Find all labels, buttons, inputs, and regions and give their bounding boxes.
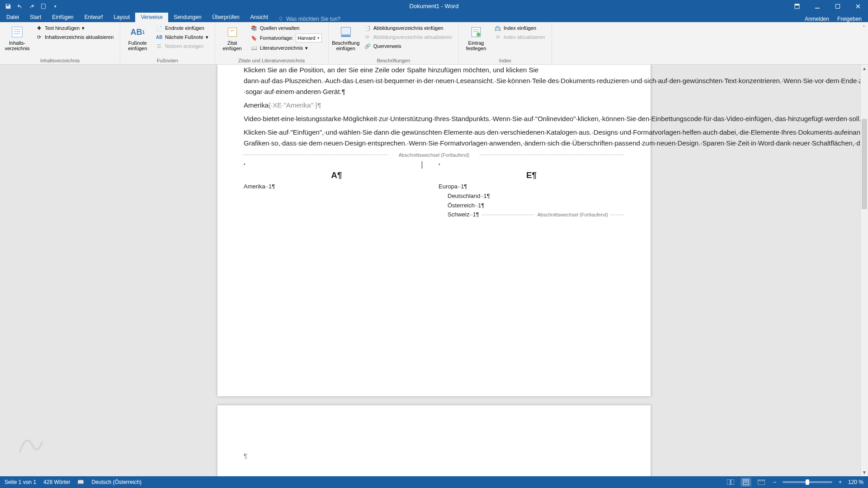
- tab-design[interactable]: Entwurf: [79, 13, 108, 22]
- page-indicator[interactable]: Seite 1 von 1: [5, 479, 36, 485]
- print-layout-icon[interactable]: [741, 478, 751, 487]
- footnote-label: Fußnote einfügen: [128, 40, 147, 51]
- insert-footnote-button[interactable]: AB1 Fußnote einfügen: [125, 24, 150, 51]
- svg-rect-10: [12, 27, 23, 38]
- ribbon-display-options-icon[interactable]: [787, 0, 807, 12]
- tab-mailings[interactable]: Sendungen: [168, 13, 207, 22]
- save-icon[interactable]: [5, 3, 12, 10]
- index-heading-a[interactable]: A¶: [244, 169, 429, 182]
- zoom-out-button[interactable]: −: [771, 479, 778, 485]
- index-subentry[interactable]: Schweiz··1¶: [439, 210, 479, 220]
- manage-sources-icon: 📚: [250, 24, 258, 32]
- document-area[interactable]: Klicken Sie an die Position, an der Sie …: [0, 65, 868, 476]
- read-mode-icon[interactable]: [725, 478, 736, 487]
- insert-index-icon: 📇: [494, 24, 501, 32]
- add-text-button[interactable]: ✚Text hinzufügen ▾: [33, 24, 115, 32]
- collapse-ribbon-icon[interactable]: ˄: [863, 25, 865, 31]
- caption-icon: [339, 25, 353, 39]
- index-heading-e[interactable]: E¶: [439, 169, 624, 182]
- page-2[interactable]: ¶: [217, 405, 651, 476]
- section-break: Abschnittswechsel (Fortlaufend): [244, 151, 624, 158]
- title-bar: ▾ Dokument1 - Word: [0, 0, 868, 12]
- toc-button[interactable]: Inhalts- verzeichnis: [5, 24, 30, 51]
- toc-label: Inhalts- verzeichnis: [5, 40, 29, 51]
- add-text-icon: ✚: [35, 24, 42, 32]
- close-button[interactable]: [848, 0, 868, 12]
- crossref-icon: 🔗: [364, 42, 371, 50]
- citation-style-combo[interactable]: 🔖 Formatvorlage: Harvard▾: [249, 33, 324, 43]
- mark-entry-button[interactable]: Eintrag festlegen: [463, 24, 489, 51]
- language-indicator[interactable]: Deutsch (Österreich): [91, 479, 142, 485]
- tab-insert[interactable]: Einfügen: [47, 13, 79, 22]
- qat-customize-icon[interactable]: ▾: [52, 3, 59, 10]
- citation-label: Zitat einfügen: [223, 40, 242, 51]
- proofing-icon[interactable]: 📖: [77, 479, 84, 485]
- group-table-of-contents: Inhalts- verzeichnis ✚Text hinzufügen ▾ …: [0, 22, 120, 64]
- scroll-up-icon[interactable]: ▲: [861, 65, 868, 72]
- index-columns[interactable]: ▪ A¶ Amerika··1¶ ▪ E¶ Europa··1¶ Deutsch…: [244, 160, 624, 220]
- show-notes-button: ☰Notizen anzeigen: [154, 42, 210, 50]
- sign-in-link[interactable]: Anmelden: [805, 16, 829, 22]
- caption-label: Beschriftung einfügen: [332, 40, 359, 51]
- redo-icon[interactable]: [28, 3, 35, 10]
- undo-icon[interactable]: [16, 3, 24, 10]
- zoom-level[interactable]: 120 %: [848, 479, 863, 485]
- index-entry[interactable]: Europa··1¶: [439, 182, 624, 192]
- tab-home[interactable]: Start: [24, 13, 47, 22]
- index-entry[interactable]: Amerika··1¶: [244, 182, 429, 192]
- index-subentry[interactable]: Österreich··1¶: [439, 201, 624, 211]
- xe-field-code: {·XE·"Amerika"·}: [269, 101, 317, 109]
- ribbon-tabs: Datei Start Einfügen Entwurf Layout Verw…: [0, 12, 868, 22]
- svg-rect-16: [341, 28, 350, 35]
- insert-index-button[interactable]: 📇Index einfügen: [492, 24, 547, 32]
- update-toc-button[interactable]: ⟳Inhaltsverzeichnis aktualisieren: [33, 33, 115, 41]
- tab-layout[interactable]: Layout: [108, 13, 135, 22]
- insert-tof-button[interactable]: 📑Abbildungsverzeichnis einfügen: [362, 24, 454, 32]
- toc-icon: [10, 25, 24, 39]
- insert-citation-button[interactable]: “” Zitat einfügen: [220, 24, 245, 51]
- cross-reference-button[interactable]: 🔗Querverweis: [362, 42, 454, 50]
- tab-references[interactable]: Verweise: [135, 13, 168, 22]
- tab-view[interactable]: Ansicht: [245, 13, 274, 22]
- vertical-scrollbar[interactable]: ▲ ▼: [860, 65, 868, 476]
- scroll-thumb[interactable]: [862, 119, 867, 209]
- zoom-in-button[interactable]: +: [837, 479, 844, 485]
- window-title: Dokument1 - Word: [410, 3, 459, 9]
- body-paragraph[interactable]: Klicken Sie an die Position, an der Sie …: [244, 65, 624, 97]
- touch-mode-icon[interactable]: [40, 3, 47, 10]
- share-button[interactable]: Freigeben: [837, 16, 862, 22]
- footnote-icon: AB1: [130, 25, 145, 39]
- body-paragraph[interactable]: Klicken·Sie·auf·"Einfügen",·und·wählen·S…: [244, 127, 624, 149]
- xe-field-paragraph[interactable]: Amerika{·XE·"Amerika"·}¶: [244, 100, 624, 111]
- manage-sources-button[interactable]: 📚Quellen verwalten: [249, 24, 324, 32]
- svg-rect-27: [758, 479, 765, 485]
- word-count[interactable]: 428 Wörter: [43, 479, 70, 485]
- insert-caption-button[interactable]: Beschriftung einfügen: [333, 24, 359, 51]
- style-dropdown[interactable]: Harvard▾: [296, 33, 322, 42]
- web-layout-icon[interactable]: [756, 478, 767, 487]
- next-footnote-button[interactable]: ABNächste Fußnote ▾: [154, 33, 210, 41]
- section-break-inline: Abschnittswechsel (Fortlaufend): [537, 211, 608, 219]
- insert-endnote-button[interactable]: 📄Endnote einfügen: [154, 24, 210, 32]
- tab-file[interactable]: Datei: [1, 13, 24, 22]
- tell-me-search[interactable]: Was möchten Sie tun?: [278, 16, 340, 22]
- update-tof-icon: ⟳: [364, 33, 371, 41]
- tab-review[interactable]: Überprüfen: [207, 13, 245, 22]
- tof-icon: 📑: [364, 24, 371, 32]
- next-footnote-icon: AB: [156, 33, 163, 41]
- scroll-down-icon[interactable]: ▼: [861, 469, 868, 476]
- group-label-footnotes: Fußnoten: [125, 57, 210, 63]
- page-1[interactable]: Klicken Sie an die Position, an der Sie …: [217, 65, 651, 396]
- bibliography-button[interactable]: 📖Literaturverzeichnis ▾: [249, 44, 324, 52]
- index-subentry[interactable]: Deutschland··1¶: [439, 192, 624, 201]
- empty-paragraph[interactable]: ¶: [244, 450, 624, 461]
- zoom-slider[interactable]: [783, 481, 832, 483]
- show-notes-icon: ☰: [156, 42, 163, 50]
- zoom-slider-thumb[interactable]: [806, 479, 809, 485]
- maximize-button[interactable]: [827, 0, 848, 12]
- svg-point-21: [476, 33, 481, 37]
- minimize-button[interactable]: [807, 0, 827, 12]
- svg-rect-5: [835, 4, 840, 8]
- svg-rect-17: [341, 35, 350, 37]
- body-paragraph[interactable]: Video·bietet·eine·leistungsstarke·Möglic…: [244, 113, 624, 124]
